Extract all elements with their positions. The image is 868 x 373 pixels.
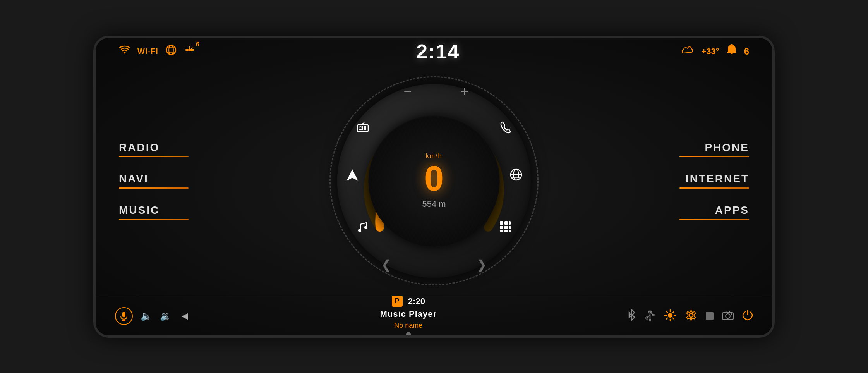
parking-badge: P <box>392 296 403 307</box>
navi-label: NAVI <box>119 173 212 185</box>
internet-underline <box>679 187 749 189</box>
music-label: MUSIC <box>119 204 212 217</box>
prev-arrow[interactable]: ❮ <box>381 257 391 272</box>
next-arrow[interactable]: ❯ <box>477 257 487 272</box>
svg-line-73 <box>666 318 667 319</box>
navi-underline <box>119 187 189 189</box>
satellite-count: 6 <box>196 41 199 48</box>
camera-icon[interactable] <box>722 310 734 322</box>
radio-underline <box>119 156 189 157</box>
brightness-icon[interactable] <box>664 309 676 323</box>
bluetooth-icon[interactable] <box>627 309 636 324</box>
parking-row: P 2:20 <box>392 296 425 307</box>
navigation-arrows: ❮ ❯ <box>381 257 487 272</box>
wifi-icon <box>119 45 130 57</box>
svg-rect-49 <box>500 226 503 229</box>
status-left: WI-FI <box>119 44 196 58</box>
ring-radio-icon[interactable] <box>356 120 370 137</box>
apps-label: APPS <box>679 204 749 217</box>
weather-icon <box>681 45 695 58</box>
volume-low-icon: 🔈 <box>141 311 152 321</box>
svg-point-64 <box>649 319 651 321</box>
svg-line-10 <box>191 47 192 49</box>
position-dot <box>406 332 411 337</box>
parking-time: 2:20 <box>408 296 425 306</box>
svg-rect-47 <box>504 221 508 225</box>
left-menu: RADIO NAVI MUSIC <box>103 65 212 297</box>
svg-point-39 <box>358 229 361 232</box>
temperature: +33° <box>702 46 719 57</box>
svg-point-77 <box>731 313 732 315</box>
usb-icon[interactable] <box>645 309 655 323</box>
status-right: +33° 6 <box>681 44 749 58</box>
svg-rect-46 <box>500 221 503 225</box>
parking-label: P <box>395 297 400 305</box>
svg-rect-63 <box>652 314 654 316</box>
menu-item-phone[interactable]: PHONE <box>679 134 749 165</box>
apps-underline <box>679 219 749 220</box>
svg-line-71 <box>673 318 674 319</box>
ring-navi-icon[interactable] <box>345 168 360 186</box>
volume-up-icon[interactable]: + <box>461 83 469 100</box>
menu-item-navi[interactable]: NAVI <box>119 165 212 196</box>
ring-apps-icon[interactable] <box>498 220 512 237</box>
ring-phone-icon[interactable] <box>498 120 512 137</box>
svg-rect-48 <box>509 221 511 225</box>
power-icon[interactable] <box>742 310 753 322</box>
music-player-title: Music Player <box>380 309 437 319</box>
menu-item-internet[interactable]: INTERNET <box>679 165 749 196</box>
menu-item-music[interactable]: MUSIC <box>119 196 212 228</box>
internet-label: INTERNET <box>679 173 749 185</box>
radio-label: RADIO <box>119 141 212 154</box>
phone-underline <box>679 156 749 157</box>
volume-medium-icon: 🔉 <box>160 311 172 321</box>
settings-icon[interactable] <box>685 309 697 323</box>
distance-display: 554 m <box>422 199 446 209</box>
menu-item-apps[interactable]: APPS <box>679 196 749 228</box>
svg-point-74 <box>689 313 693 317</box>
phone-label: PHONE <box>679 141 749 154</box>
satellite-icon: 6 <box>184 44 196 58</box>
music-no-name: No name <box>394 321 422 330</box>
svg-rect-53 <box>504 230 508 232</box>
stop-button[interactable] <box>706 312 714 320</box>
dial-container: km/h 0 554 m − + <box>326 72 542 289</box>
svg-rect-54 <box>509 230 511 232</box>
notification-bell-icon <box>726 44 737 58</box>
speed-value: 0 <box>424 161 444 196</box>
back-button[interactable]: ◄ <box>179 310 190 322</box>
bottom-bar: 🔈 🔉 ◄ P 2:20 Music Player No name <box>96 297 772 335</box>
clock-display: 2:14 <box>416 40 460 63</box>
right-menu: PHONE INTERNET APPS <box>656 65 765 297</box>
svg-rect-7 <box>185 49 189 51</box>
svg-point-65 <box>668 313 672 318</box>
svg-rect-50 <box>504 226 508 229</box>
screen-content: WI-FI <box>96 38 772 335</box>
car-screen: WI-FI <box>93 36 775 338</box>
svg-rect-51 <box>509 226 511 229</box>
ring-globe-icon[interactable] <box>509 168 523 185</box>
ring-music-icon[interactable] <box>356 220 370 237</box>
music-underline <box>119 219 189 220</box>
volume-down-icon[interactable]: − <box>404 83 412 100</box>
svg-point-76 <box>726 314 730 318</box>
globe-icon <box>165 44 177 58</box>
svg-marker-38 <box>347 169 358 181</box>
bottom-right-controls <box>627 309 753 324</box>
svg-point-0 <box>124 52 126 54</box>
svg-rect-8 <box>191 49 194 51</box>
status-bar: WI-FI <box>96 38 772 65</box>
svg-point-33 <box>359 127 362 130</box>
svg-rect-52 <box>500 230 503 232</box>
speed-unit-label: km/h <box>426 153 443 160</box>
bottom-left-controls: 🔈 🔉 ◄ <box>115 307 190 325</box>
center-dial-area: km/h 0 554 m − + <box>212 65 656 297</box>
main-content: RADIO NAVI MUSIC <box>96 65 772 297</box>
svg-line-70 <box>666 311 667 313</box>
wifi-label: WI-FI <box>137 47 158 56</box>
notification-count: 6 <box>744 46 749 57</box>
center-bottom: P 2:20 Music Player No name <box>380 296 437 337</box>
microphone-icon[interactable] <box>115 307 133 325</box>
speedometer-face: km/h 0 554 m <box>368 115 500 247</box>
menu-item-radio[interactable]: RADIO <box>119 134 212 165</box>
